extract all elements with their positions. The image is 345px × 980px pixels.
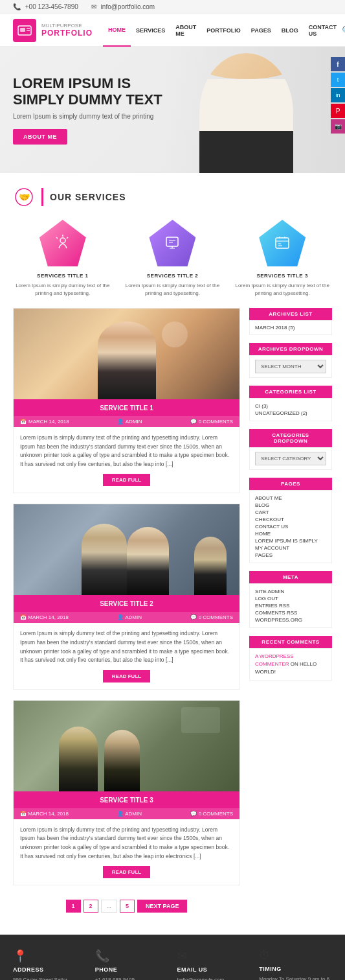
meta-entries-rss[interactable]: ENTRIES RSS [255,602,326,609]
service-card-3: SERVICES TITLE 3 Lorem Ipsum is simply d… [232,220,332,298]
logo-icon [13,19,36,42]
post-1-comments: 💬 0 COMMENTS [190,419,233,425]
categories-list-body: CI (3) UNCATEGORIZED (2) [249,398,332,421]
services-title: OUR SERVICES [50,192,126,202]
page-checkout[interactable]: CHECKOUT [255,516,326,523]
archives-list-body: MARCH 2018 (5) [249,320,332,335]
service-icon-2 [149,220,195,266]
post-2-image [14,504,239,595]
post-2-title-bar: SERVICE TITLE 2 [14,595,239,612]
archives-select[interactable]: SELECT MONTH [255,360,326,373]
page-pages[interactable]: PAGES [255,552,326,559]
timing-icon: ⏱ [259,949,332,962]
section-divider [41,188,43,206]
page-myaccount[interactable]: MY ACCOUNT [255,544,326,552]
nav-services[interactable]: SERVICES [131,14,170,47]
phone-icon: 📞 [95,949,168,963]
instagram-button[interactable]: 📷 [331,119,345,134]
nav-portfolio[interactable]: PORTFOLIO [201,14,246,47]
meta-logout[interactable]: LOG OUT [255,595,326,602]
page-5-button[interactable]: 5 [120,900,135,913]
pages-widget: PAGES ABOUT ME BLOG CART CHECKOUT CONTAC… [249,478,332,563]
meta-wordpress[interactable]: WORDPRESS.ORG [255,616,326,624]
service-icon-3 [259,220,306,266]
services-section: 🤝 OUR SERVICES SERVICES TITLE 1 Lorem Ip… [0,173,345,308]
nav-contact[interactable]: CONTACT US [304,14,342,47]
svg-rect-10 [166,237,178,246]
page-cart[interactable]: CART [255,509,326,516]
page-1-button[interactable]: 1 [66,900,81,913]
hero-cta-button[interactable]: ABOUT ME [13,129,67,145]
post-card-2: SERVICE TITLE 2 📅 MARCH 14, 2018 👤 ADMIN… [13,504,240,689]
post-3-readmore[interactable]: READ FULL [103,866,150,878]
pinterest-button[interactable]: P [331,104,345,118]
next-page-button[interactable]: NEXT PAGE [137,900,187,913]
service-1-desc: Lorem Ipsum is simply dummy text of the … [13,282,113,298]
post-1-title: SERVICE TITLE 1 [100,404,153,412]
nav-home[interactable]: HOME [103,14,131,47]
footer-timing-col: ⏱ TIMING Monday To Saturday 9 am to 6 pm… [259,949,332,980]
phone-icon: 📞 [13,3,21,10]
recent-comment-author[interactable]: A WORDPRESS COMMENTER [255,653,294,667]
twitter-button[interactable]: t [331,73,345,87]
post-1-meta: 📅 MARCH 14, 2018 👤 ADMIN 💬 0 COMMENTS [14,416,239,427]
address-title: ADDRESS [13,966,86,973]
post-2-readmore[interactable]: READ FULL [103,670,150,682]
topbar: 📞 +00 123-456-7890 ✉ info@portfolio.com [0,0,345,14]
categories-list-widget: CATEGORIES LIST CI (3) UNCATEGORIZED (2) [249,386,332,421]
phone-info: 📞 +00 123-456-7890 [13,3,78,10]
services-grid: SERVICES TITLE 1 Lorem Ipsum is simply d… [13,220,332,298]
archives-dropdown-title: ARCHIVES DROPDOWN [249,343,332,355]
post-1-author: 👤 ADMIN [117,419,142,425]
post-3-comments: 💬 0 COMMENTS [190,811,233,817]
footer-info: 📍 ADDRESS 999 Carter Street Sailor Sprin… [0,935,345,980]
phone-title: PHONE [95,966,168,973]
hero-section: LOREM IPSUM IS SIMPLY DUMMY TEXT Lorem I… [0,47,345,173]
email-1: hello@example.com [177,976,250,980]
page-contact[interactable]: CONTACT US [255,523,326,530]
category-uncategorized[interactable]: UNCATEGORIZED (2) [255,410,326,417]
navigation: MULTIPURPOSE PORTFOLIO HOME SERVICES ABO… [0,14,345,47]
page-home[interactable]: HOME [255,530,326,537]
services-section-header: 🤝 OUR SERVICES [13,186,332,208]
page-2-button[interactable]: 2 [83,900,98,913]
post-2-excerpt: Lorem Ipsum is simply dummy text of the … [20,629,233,664]
categories-list-title: CATEGORIES LIST [249,386,332,398]
nav-blog[interactable]: BLOG [276,14,304,47]
categories-dropdown-body: SELECT CATEGORY [249,447,332,470]
post-2-body: Lorem Ipsum is simply dummy text of the … [14,623,239,688]
meta-comments-rss[interactable]: COMMENTS RSS [255,609,326,616]
footer-address-col: 📍 ADDRESS 999 Carter Street Sailor Sprin… [13,949,86,980]
post-1-readmore[interactable]: READ FULL [103,474,150,486]
meta-site-admin[interactable]: SITE ADMIN [255,588,326,595]
category-ci[interactable]: CI (3) [255,402,326,410]
page-about[interactable]: ABOUT ME [255,495,326,502]
logo[interactable]: MULTIPURPOSE PORTFOLIO [13,19,93,42]
categories-dropdown-widget: CATEGORIES DROPDOWN SELECT CATEGORY [249,429,332,470]
page-blog[interactable]: BLOG [255,502,326,509]
search-icon[interactable]: 🔍 [342,25,345,36]
post-2-meta: 📅 MARCH 14, 2018 👤 ADMIN 💬 0 COMMENTS [14,612,239,623]
facebook-button[interactable]: f [331,57,345,71]
post-3-title: SERVICE TITLE 3 [100,797,153,804]
recent-comments-title: RECENT COMMENTS [249,636,332,648]
post-card-3: SERVICE TITLE 3 📅 MARCH 14, 2018 👤 ADMIN… [13,700,240,885]
archives-march-2018[interactable]: MARCH 2018 (5) [255,325,326,331]
linkedin-button[interactable]: in [331,88,345,102]
post-2-comments: 💬 0 COMMENTS [190,614,233,620]
nav-about[interactable]: ABOUT ME [170,14,201,47]
page-lorem[interactable]: LOREM IPSUM IS SIMPLY [255,537,326,544]
address-icon: 📍 [13,949,86,963]
svg-text:🤝: 🤝 [19,192,30,203]
post-3-excerpt: Lorem Ipsum is simply dummy text of the … [20,826,233,861]
categories-select[interactable]: SELECT CATEGORY [255,452,326,465]
svg-point-6 [60,238,65,243]
post-1-image [14,309,239,399]
nav-pages[interactable]: PAGES [246,14,276,47]
sidebar: ARCHIVES LIST MARCH 2018 (5) ARCHIVES DR… [249,308,332,919]
recent-comments-widget: RECENT COMMENTS A WORDPRESS COMMENTER ON… [249,636,332,681]
svg-rect-15 [276,238,289,248]
main-layout: SERVICE TITLE 1 📅 MARCH 14, 2018 👤 ADMIN… [0,308,345,935]
email-info: ✉ info@portfolio.com [91,3,155,10]
post-card-1: SERVICE TITLE 1 📅 MARCH 14, 2018 👤 ADMIN… [13,308,240,493]
